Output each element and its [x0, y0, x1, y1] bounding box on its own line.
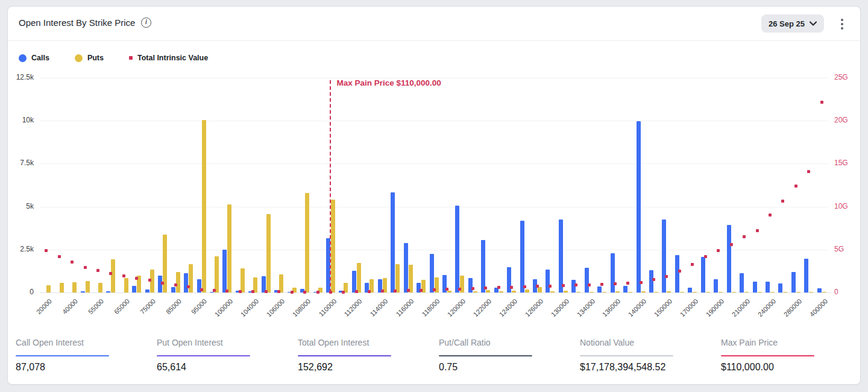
y-axis-label-right: 5G	[834, 245, 844, 253]
open-interest-panel: Open Interest By Strike Price i 26 Sep 2…	[7, 6, 861, 385]
intrinsic-value-point	[626, 282, 629, 285]
intrinsic-value-point	[355, 290, 358, 293]
intrinsic-value-point	[303, 291, 306, 294]
calls-bar	[804, 259, 808, 292]
calls-bar	[611, 253, 615, 292]
intrinsic-value-point	[96, 269, 99, 272]
gridline	[40, 163, 828, 164]
puts-bar	[499, 291, 503, 292]
x-axis-label: 40000	[61, 297, 79, 315]
calls-bar	[222, 250, 227, 292]
x-axis-label: 108000	[291, 297, 312, 318]
puts-bar	[241, 268, 245, 292]
stat-value: $110,000.00	[721, 362, 851, 373]
y-axis-label-left: 2.5k	[10, 245, 34, 253]
intrinsic-value-point	[510, 286, 513, 289]
stat-value: 65,614	[157, 362, 286, 373]
legend-item-total-intrinsic-value[interactable]: Total Intrinsic Value	[129, 54, 208, 62]
chevron-down-icon	[810, 21, 817, 26]
puts-bar	[693, 292, 697, 292]
calls-bar	[740, 273, 744, 292]
x-axis-label: 120000	[446, 297, 467, 318]
y-axis-label-left: 5k	[10, 202, 34, 210]
calls-bar	[675, 255, 679, 292]
intrinsic-value-point	[781, 200, 784, 203]
max-pain-label: Max Pain Price $110,000.00	[336, 78, 441, 87]
calls-bar	[520, 221, 524, 292]
intrinsic-value-point	[471, 287, 474, 290]
calls-bar	[184, 273, 188, 292]
puts-bar	[822, 292, 826, 292]
calls-bar	[727, 225, 731, 292]
stat-call-open-interest: Call Open Interest87,078	[16, 338, 145, 373]
calls-bar	[455, 206, 459, 292]
intrinsic-value-point	[239, 290, 242, 293]
puts-bar	[176, 272, 180, 292]
intrinsic-value-point	[291, 291, 294, 294]
intrinsic-value-point	[58, 255, 61, 258]
stat-value: 87,078	[16, 362, 145, 373]
intrinsic-value-point	[122, 274, 125, 277]
y-axis-label-left: 0	[10, 288, 34, 296]
legend-circle-icon	[19, 54, 27, 62]
panel-title: Open Interest By Strike Price	[19, 17, 135, 28]
intrinsic-value-point	[161, 282, 164, 285]
x-axis-label: 136000	[601, 297, 621, 318]
x-axis-label: 114000	[369, 297, 389, 318]
x-axis-label: 118000	[421, 297, 441, 318]
stat-label: Total Open Interest	[298, 338, 427, 347]
x-axis-label: 122000	[472, 297, 492, 318]
intrinsic-value-point	[717, 249, 720, 252]
calls-bar	[391, 192, 395, 292]
y-axis-label-right: 15G	[834, 159, 848, 167]
puts-bar	[305, 193, 309, 292]
intrinsic-value-point	[549, 285, 552, 288]
legend-label: Calls	[31, 54, 49, 62]
puts-bar	[473, 291, 477, 292]
calls-bar	[404, 243, 408, 292]
calls-bar	[753, 282, 757, 292]
more-options-icon[interactable]	[837, 19, 847, 30]
calls-bar	[714, 279, 718, 292]
puts-bar	[667, 291, 671, 292]
legend-circle-icon	[75, 54, 83, 62]
puts-bar	[266, 214, 271, 292]
puts-bar	[447, 291, 451, 292]
x-axis-label: 106000	[265, 297, 286, 318]
intrinsic-value-point	[458, 288, 461, 291]
y-axis-label-right: 10G	[834, 202, 848, 210]
stat-label: Put/Call Ratio	[439, 338, 568, 347]
stat-max-pain-price: Max Pain Price$110,000.00	[721, 338, 851, 373]
stat-put-open-interest: Put Open Interest65,614	[157, 338, 286, 373]
x-axis-label: 150000	[653, 297, 673, 318]
intrinsic-value-point	[807, 170, 810, 173]
intrinsic-value-point	[652, 278, 655, 281]
intrinsic-value-point	[769, 213, 772, 217]
legend-item-puts[interactable]: Puts	[75, 54, 104, 62]
gridline	[40, 207, 828, 207]
puts-bar	[60, 283, 64, 292]
y-axis-label-left: 10k	[10, 116, 34, 124]
intrinsic-value-point	[213, 289, 216, 292]
info-icon[interactable]: i	[141, 17, 151, 28]
puts-bar	[111, 259, 115, 292]
stat-label: Call Open Interest	[16, 338, 145, 347]
intrinsic-value-point	[265, 290, 268, 293]
gridline	[40, 121, 828, 121]
puts-bar	[512, 291, 516, 292]
intrinsic-value-point	[497, 286, 500, 289]
intrinsic-value-point	[691, 263, 694, 266]
legend-item-calls[interactable]: Calls	[19, 54, 49, 62]
stat-underline	[157, 355, 250, 356]
intrinsic-value-point	[45, 249, 48, 252]
puts-bar	[486, 290, 490, 292]
calls-bar	[778, 283, 782, 292]
puts-bar	[758, 292, 762, 292]
calls-bar	[701, 257, 705, 292]
expiry-date-selector[interactable]: 26 Sep 25	[761, 14, 824, 33]
intrinsic-value-point	[600, 283, 603, 286]
puts-bar	[706, 292, 710, 292]
x-axis-label: 240000	[756, 297, 777, 318]
intrinsic-value-point	[187, 285, 190, 288]
x-axis-label: 280000	[782, 297, 802, 318]
